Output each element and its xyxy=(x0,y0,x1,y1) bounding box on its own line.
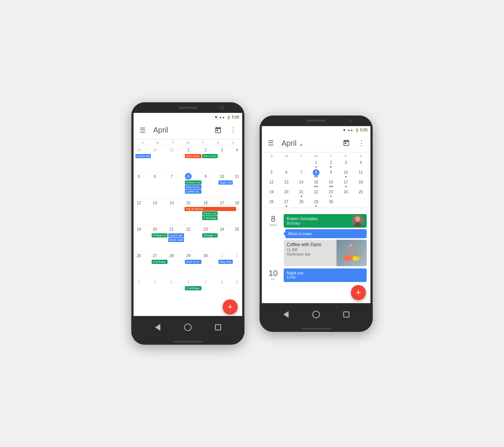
cal-day-18[interactable]: 18 xyxy=(233,198,241,225)
cal-day-5-may[interactable]: 5 xyxy=(168,277,184,304)
event-vintage[interactable]: Vintage cl xyxy=(202,233,218,237)
mini-day-26[interactable]: 26 xyxy=(264,198,279,208)
cal-day-21[interactable]: 21 Lunch wit Meet Julia xyxy=(168,225,184,251)
back-button-2[interactable] xyxy=(282,310,290,319)
mini-day-9[interactable]: 9 xyxy=(324,168,338,178)
cal-day-24[interactable]: 24 xyxy=(218,225,233,251)
mini-day-24[interactable]: 24 xyxy=(338,188,353,198)
cal-day-23[interactable]: 23 Vintage cl xyxy=(202,225,218,251)
mini-day-6[interactable]: 6 xyxy=(279,168,293,178)
event-julia[interactable]: Meet Julia xyxy=(168,238,184,242)
cal-day-9-may[interactable]: 9 xyxy=(233,277,241,304)
cal-day-11[interactable]: 11 xyxy=(233,172,241,198)
mini-day-30[interactable]: 30 xyxy=(324,198,338,208)
mini-day-18[interactable]: 18 xyxy=(353,178,368,188)
cal-day-22[interactable]: 22 xyxy=(184,225,202,251)
fab-button-1[interactable]: + xyxy=(223,299,238,314)
event-2bday[interactable]: 2 birthday xyxy=(202,216,218,220)
cal-day-29-mar[interactable]: 29 Drinks wit xyxy=(135,145,151,172)
cal-day-15[interactable]: 15 Trip to Rome xyxy=(184,198,202,225)
cal-day-10[interactable]: 10 Night out xyxy=(218,172,233,198)
cal-day-25[interactable]: 25 xyxy=(233,225,241,251)
event-lunch[interactable]: Lunch wit xyxy=(168,233,184,237)
event-mom-sched[interactable]: Mom in town xyxy=(285,229,367,238)
cal-day-13[interactable]: 13 xyxy=(151,198,168,225)
mini-day-20[interactable]: 20 xyxy=(279,188,293,198)
mini-day-28[interactable]: 28 xyxy=(294,198,309,208)
cal-day-27[interactable]: 27 3 birthday xyxy=(151,251,168,277)
mini-day-10[interactable]: 10 xyxy=(338,168,353,178)
cal-day-29[interactable]: 29 Josh in to xyxy=(184,251,202,277)
event-coffee[interactable]: Coffee wi xyxy=(185,190,201,194)
mini-day-23[interactable]: 23 xyxy=(324,188,338,198)
event-rome[interactable]: Trip to Rome xyxy=(184,207,236,211)
event-april-fools[interactable]: April fools xyxy=(185,154,201,158)
event-night-out[interactable]: Night out xyxy=(218,180,233,185)
mini-day-4[interactable]: 4 xyxy=(353,159,368,168)
event-ruben-sched[interactable]: Ruben Gonzales Birthday xyxy=(284,214,367,228)
more-icon-2[interactable]: ⋮ xyxy=(355,137,367,149)
cal-day-31-mar[interactable]: 31 xyxy=(168,145,184,172)
cal-day-30[interactable]: 30 xyxy=(202,251,218,277)
event-ruben[interactable]: Ruben's bi xyxy=(185,180,201,185)
cal-day-19[interactable]: 19 xyxy=(135,225,151,251)
cal-day-3[interactable]: 3 xyxy=(218,145,233,172)
cal-day-12[interactable]: 12 xyxy=(135,198,151,225)
cal-day-7[interactable]: 7 xyxy=(168,172,184,198)
mini-day-13[interactable]: 13 xyxy=(279,178,293,188)
recents-button-2[interactable] xyxy=(342,310,350,319)
cal-day-1-may[interactable]: 1 May Day xyxy=(218,251,233,277)
event-3bday[interactable]: 3 birthday xyxy=(152,260,167,264)
cal-day-4-may[interactable]: 4 xyxy=(151,277,168,304)
mini-day-5[interactable]: 5 xyxy=(264,168,279,178)
home-button-2[interactable] xyxy=(312,310,320,319)
mini-day-16[interactable]: 16 xyxy=(324,178,338,188)
menu-icon-2[interactable]: ☰ xyxy=(265,137,277,149)
cal-day-5[interactable]: 5 xyxy=(135,172,151,198)
menu-icon-1[interactable]: ☰ xyxy=(137,124,149,136)
mini-day-1[interactable]: 1 xyxy=(309,159,323,168)
event-coffee-sched[interactable]: Coffee with Dario 11 AM Hurlimann bar xyxy=(284,240,367,266)
calendar-icon-2[interactable] xyxy=(340,137,352,149)
event-mayday[interactable]: May Day xyxy=(218,260,233,264)
mini-day-17[interactable]: 17 xyxy=(338,178,353,188)
event-2bday-may[interactable]: 2 birthday xyxy=(185,286,201,290)
cal-day-14[interactable]: 14 xyxy=(168,198,184,225)
cal-day-3-may[interactable]: 3 xyxy=(135,277,151,304)
cal-day-28[interactable]: 28 xyxy=(168,251,184,277)
mini-day-21[interactable]: 21 xyxy=(294,188,309,198)
mini-day-29[interactable]: 29 xyxy=(309,198,323,208)
event-mom[interactable]: Mom in to xyxy=(185,185,201,189)
mini-day-7[interactable]: 7 xyxy=(294,168,309,178)
mini-day-19[interactable]: 19 xyxy=(264,188,279,198)
cal-day-2-may[interactable]: 2 xyxy=(233,251,241,277)
cal-day-7-may[interactable]: 7 xyxy=(202,277,218,304)
event-kara[interactable]: Kara's vet xyxy=(202,211,218,216)
arrow-icon-2[interactable]: ▲ xyxy=(300,142,303,146)
more-icon-1[interactable]: ⋮ xyxy=(227,124,239,136)
cal-day-6-may[interactable]: 6 2 birthday xyxy=(184,277,202,304)
event-josh[interactable]: Josh in to xyxy=(185,260,201,264)
home-button-1[interactable] xyxy=(184,323,192,331)
cal-day-16[interactable]: 16 Kara's vet 2 birthday xyxy=(202,198,218,225)
mini-day-25[interactable]: 25 xyxy=(353,188,368,198)
recents-button-1[interactable] xyxy=(214,323,222,331)
cal-day-4[interactable]: 4 xyxy=(233,145,241,172)
mini-day-22[interactable]: 22 xyxy=(309,188,323,198)
calendar-icon-1[interactable] xyxy=(212,124,224,136)
mini-day-12[interactable]: 12 xyxy=(264,178,279,188)
cal-day-8[interactable]: 8 Ruben's bi Mom in to Coffee wi xyxy=(184,172,202,198)
mini-day-14[interactable]: 14 xyxy=(294,178,309,188)
mini-day-15[interactable]: 15 xyxy=(309,178,323,188)
event-drinks[interactable]: Drinks wit xyxy=(135,154,151,158)
cal-day-9[interactable]: 9 xyxy=(202,172,218,198)
mini-day-2[interactable]: 2 xyxy=(324,159,338,168)
cal-day-1[interactable]: 1 April fools xyxy=(184,145,202,172)
event-alex-bday[interactable]: Alex's birt xyxy=(202,154,218,158)
cal-day-17[interactable]: 17 xyxy=(218,198,233,225)
back-button-1[interactable] xyxy=(154,323,162,331)
mini-day-11[interactable]: 11 xyxy=(353,168,368,178)
cal-day-2[interactable]: 2 Alex's birt xyxy=(202,145,218,172)
event-night-out-sched[interactable]: Night out 8 PM xyxy=(284,268,367,282)
cal-day-6[interactable]: 6 xyxy=(151,172,168,198)
